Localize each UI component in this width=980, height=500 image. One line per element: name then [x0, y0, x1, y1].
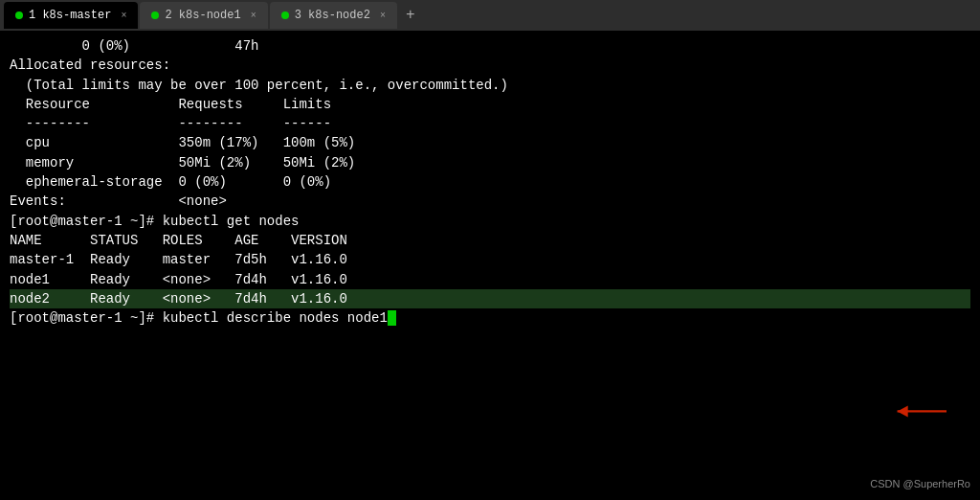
tab-k8s-node2[interactable]: 3 k8s-node2×: [270, 2, 397, 29]
tab-close-button[interactable]: ×: [121, 11, 126, 21]
terminal-area[interactable]: 0 (0%) 47h Allocated resources: (Total l…: [0, 31, 980, 500]
new-tab-button[interactable]: +: [399, 4, 422, 27]
tab-dot: [281, 11, 289, 19]
arrow-annotation: [884, 397, 951, 425]
terminal-line: (Total limits may be over 100 percent, i…: [10, 76, 970, 95]
tab-dot: [151, 11, 159, 19]
terminal-line: Allocated resources:: [10, 56, 970, 75]
svg-marker-1: [898, 405, 908, 417]
terminal-line: node1 Ready <none> 7d4h v1.16.0: [10, 270, 970, 289]
terminal-content: 0 (0%) 47h Allocated resources: (Total l…: [10, 36, 970, 328]
terminal-line: cpu 350m (17%) 100m (5%): [10, 133, 970, 152]
terminal-line: master-1 Ready master 7d5h v1.16.0: [10, 250, 970, 269]
tab-k8s-master[interactable]: 1 k8s-master×: [4, 2, 138, 29]
terminal-line: [root@master-1 ~]# kubectl describe node…: [10, 308, 970, 328]
tab-close-button[interactable]: ×: [380, 11, 386, 21]
tab-dot: [15, 11, 23, 19]
arrow-icon: [884, 397, 951, 425]
terminal-cursor: [388, 310, 396, 326]
tab-bar: 1 k8s-master×2 k8s-node1×3 k8s-node2×+: [0, 0, 980, 31]
tab-close-button[interactable]: ×: [251, 11, 256, 21]
terminal-line: NAME STATUS ROLES AGE VERSION: [10, 231, 970, 250]
tab-label: 3 k8s-node2: [295, 9, 370, 22]
tab-k8s-node1[interactable]: 2 k8s-node1×: [140, 2, 267, 29]
tab-label: 2 k8s-node1: [165, 9, 240, 22]
terminal-line: node2 Ready <none> 7d4h v1.16.0: [10, 289, 970, 308]
terminal-line: [root@master-1 ~]# kubectl get nodes: [10, 212, 970, 231]
tab-label: 1 k8s-master: [29, 9, 111, 22]
terminal-line: Resource Requests Limits: [10, 95, 970, 114]
terminal-line: ephemeral-storage 0 (0%) 0 (0%): [10, 172, 970, 192]
terminal-line: 0 (0%) 47h: [10, 36, 970, 56]
watermark: CSDN @SuperherRo: [870, 477, 970, 492]
terminal-line: -------- -------- ------: [10, 114, 970, 133]
terminal-line: Events: <none>: [10, 192, 970, 211]
terminal-line: memory 50Mi (2%) 50Mi (2%): [10, 153, 970, 172]
